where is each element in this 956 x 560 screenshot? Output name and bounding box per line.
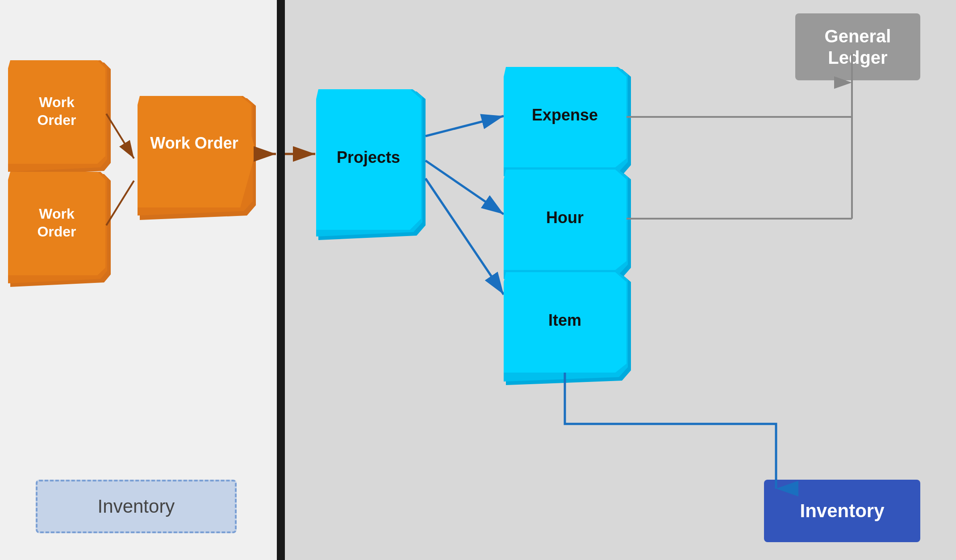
svg-line-17 [426,161,504,214]
panel-divider [277,0,285,560]
svg-text:Hour: Hour [546,208,584,227]
inventory-right-box: Inventory [764,480,920,542]
svg-text:Projects: Projects [337,148,400,166]
svg-text:Work Order: Work Order [150,134,238,152]
svg-text:Work: Work [39,94,75,110]
svg-text:Work: Work [39,206,75,222]
svg-line-18 [426,178,504,295]
svg-text:Order: Order [37,224,76,240]
inventory-left-label: Inventory [98,496,175,517]
svg-text:Item: Item [548,311,581,329]
right-panel: GeneralLedger Inventory [285,0,956,560]
left-panel: Work Order Work Order [0,0,277,560]
svg-line-4 [106,114,134,158]
general-ledger-box: GeneralLedger [795,13,920,80]
inventory-left-box: Inventory [36,480,237,533]
inventory-right-label: Inventory [800,500,884,522]
general-ledger-label: GeneralLedger [825,25,891,68]
svg-line-5 [106,181,134,225]
svg-line-16 [426,116,504,136]
svg-text:Order: Order [37,112,76,128]
svg-text:Expense: Expense [532,106,598,124]
